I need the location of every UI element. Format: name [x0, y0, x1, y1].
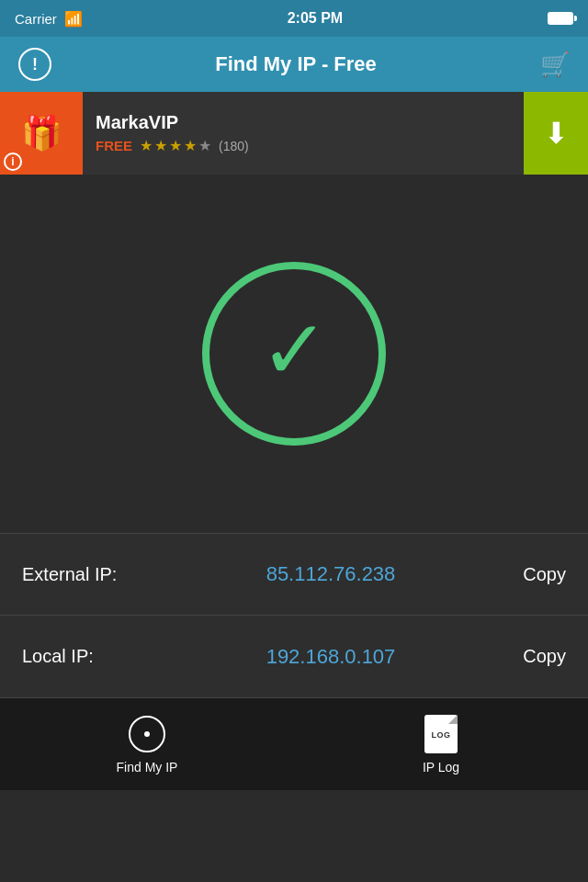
star-5: ★	[198, 137, 211, 154]
wifi-icon: 📶	[64, 10, 83, 28]
cart-icon[interactable]: 🛒	[540, 51, 570, 79]
ip-rows: External IP: 85.112.76.238 Copy Local IP…	[0, 533, 588, 698]
ip-log-icon: LOG	[424, 715, 458, 753]
corner-fold	[448, 715, 458, 724]
log-text: LOG	[432, 730, 451, 740]
local-ip-value: 192.168.0.107	[169, 645, 492, 669]
status-left: Carrier 📶	[15, 10, 83, 28]
ad-download-button[interactable]: ⬇	[524, 92, 588, 175]
ad-reviews: (180)	[219, 139, 249, 153]
star-2: ★	[154, 137, 167, 154]
find-my-ip-icon	[129, 716, 165, 752]
external-ip-label: External IP:	[22, 564, 169, 585]
tab-find-my-ip[interactable]: Find My IP	[0, 698, 294, 790]
status-bar: Carrier 📶 2:05 PM	[0, 0, 588, 37]
status-time: 2:05 PM	[288, 10, 343, 27]
checkmark-icon: ✓	[260, 309, 329, 391]
alert-icon[interactable]: !	[18, 48, 51, 81]
find-my-ip-tab-label: Find My IP	[117, 760, 178, 775]
external-ip-value: 85.112.76.238	[169, 562, 492, 586]
ad-free-label: FREE	[96, 138, 132, 153]
ad-app-name: MarkaVIP	[96, 112, 511, 133]
info-badge[interactable]: i	[4, 153, 22, 171]
download-icon: ⬇	[544, 116, 569, 151]
ip-log-icon-wrap: LOG	[421, 714, 461, 754]
nav-bar: ! Find My IP - Free 🛒	[0, 37, 588, 92]
ad-logo: 🎁 i	[0, 92, 83, 175]
gift-icon: 🎁	[21, 114, 62, 153]
find-my-ip-icon-wrap	[127, 714, 167, 754]
star-1: ★	[140, 137, 153, 154]
tab-bar: Find My IP LOG IP Log	[0, 698, 588, 790]
external-ip-copy-button[interactable]: Copy	[492, 564, 566, 585]
ad-stars: ★ ★ ★ ★ ★	[140, 137, 211, 154]
battery-fill	[549, 14, 571, 23]
status-right	[548, 12, 573, 25]
star-3: ★	[169, 137, 182, 154]
ad-content: MarkaVIP FREE ★ ★ ★ ★ ★ (180)	[83, 92, 524, 175]
carrier-label: Carrier	[15, 11, 57, 27]
local-ip-row: Local IP: 192.168.0.107 Copy	[0, 616, 588, 698]
tab-ip-log[interactable]: LOG IP Log	[294, 698, 588, 790]
ad-banner[interactable]: 🎁 i MarkaVIP FREE ★ ★ ★ ★ ★ (180) ⬇	[0, 92, 588, 175]
external-ip-row: External IP: 85.112.76.238 Copy	[0, 533, 588, 616]
check-circle-container: ✓	[202, 175, 386, 533]
nav-title: Find My IP - Free	[215, 52, 377, 76]
local-ip-label: Local IP:	[22, 646, 169, 667]
main-content: ✓ External IP: 85.112.76.238 Copy Local …	[0, 175, 588, 698]
ip-log-tab-label: IP Log	[423, 760, 459, 775]
local-ip-copy-button[interactable]: Copy	[492, 646, 566, 667]
check-circle: ✓	[202, 262, 386, 446]
battery-icon	[548, 12, 573, 25]
ad-meta: FREE ★ ★ ★ ★ ★ (180)	[96, 137, 511, 154]
star-4: ★	[184, 137, 197, 154]
